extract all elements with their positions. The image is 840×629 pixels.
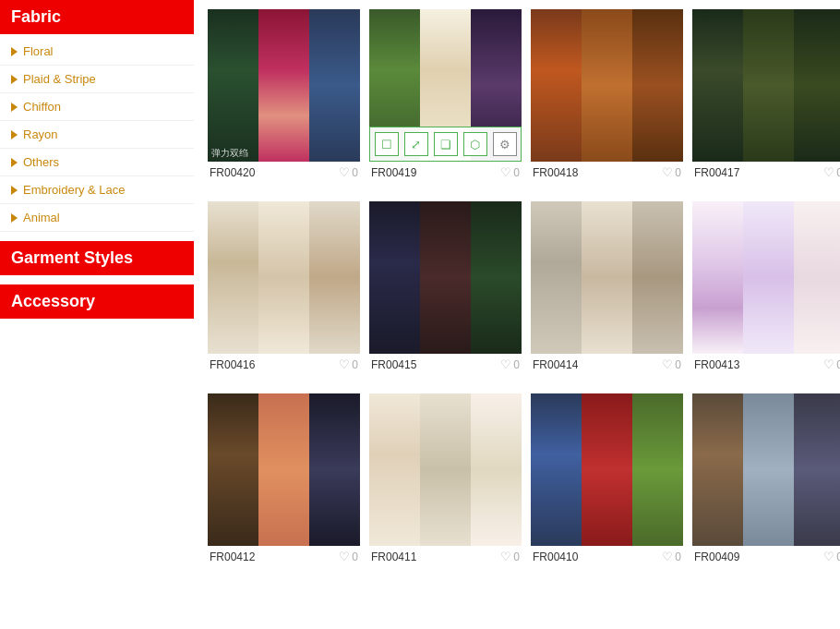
like-count-fr00409: 0	[836, 550, 840, 563]
like-btn-fr00418[interactable]: ♡ 0	[662, 165, 681, 179]
like-count-fr00413: 0	[836, 358, 840, 371]
sidebar-item-floral[interactable]: Floral	[0, 38, 194, 66]
arrow-icon	[11, 47, 18, 56]
product-info-fr00411: FR00411 ♡ 0	[369, 546, 522, 567]
heart-icon-fr00414: ♡	[662, 357, 673, 371]
product-id-fr00412: FR00412	[210, 550, 255, 563]
heart-icon-fr00415: ♡	[500, 357, 511, 371]
product-info-fr00409: FR00409 ♡ 0	[692, 546, 840, 567]
product-info-fr00419: FR00419 ♡ 0	[369, 162, 522, 183]
like-count-fr00417: 0	[836, 166, 840, 179]
product-id-fr00419: FR00419	[371, 166, 416, 179]
like-count-fr00420: 0	[352, 166, 358, 179]
product-grid-row2: FR00416 ♡ 0 FR00415	[203, 192, 840, 384]
arrow-icon	[11, 130, 18, 139]
product-image-fr00417[interactable]	[692, 9, 840, 162]
sidebar-section-accessory-label: Accessory	[11, 292, 95, 310]
sidebar-item-rayon-label: Rayon	[23, 127, 58, 141]
like-btn-fr00411[interactable]: ♡ 0	[500, 550, 520, 563]
product-image-fr00411[interactable]	[369, 393, 522, 546]
product-card-fr00419: 弹力双绉 ☐ ⤢ ❏ ⬡ ⚙ FR00419 ♡ 0	[369, 9, 522, 183]
heart-icon-fr00410: ♡	[662, 550, 673, 563]
product-image-fr00416[interactable]	[208, 201, 360, 354]
product-card-fr00417: FR00417 ♡ 0	[692, 9, 840, 183]
toolbar-copy-btn[interactable]: ❏	[434, 132, 458, 156]
heart-icon-fr00416: ♡	[339, 357, 350, 371]
product-info-fr00420: FR00420 ♡ 0	[208, 162, 360, 183]
product-card-fr00418: FR00418 ♡ 0	[531, 9, 683, 183]
product-info-fr00410: FR00410 ♡ 0	[531, 546, 683, 567]
like-count-fr00418: 0	[675, 166, 681, 179]
product-image-fr00414[interactable]	[531, 201, 683, 354]
product-info-fr00413: FR00413 ♡ 0	[692, 354, 840, 375]
sidebar-item-animal-label: Animal	[23, 211, 60, 224]
heart-icon-fr00409: ♡	[823, 550, 834, 563]
product-image-fr00413[interactable]	[692, 201, 840, 354]
heart-icon-fr00417: ♡	[823, 165, 834, 179]
product-id-fr00418: FR00418	[533, 166, 578, 179]
sidebar-item-others-label: Others	[23, 155, 59, 169]
product-image-fr00418[interactable]	[531, 9, 683, 162]
like-btn-fr00410[interactable]: ♡ 0	[662, 550, 681, 563]
product-id-fr00415: FR00415	[371, 358, 416, 371]
like-btn-fr00415[interactable]: ♡ 0	[500, 357, 520, 371]
sidebar-item-plaid[interactable]: Plaid & Stripe	[0, 66, 194, 93]
like-btn-fr00417[interactable]: ♡ 0	[823, 165, 840, 179]
product-image-fr00420[interactable]: 弹力双绉	[208, 9, 360, 162]
like-btn-fr00414[interactable]: ♡ 0	[662, 357, 681, 371]
product-card-fr00420: 弹力双绉 FR00420 ♡ 0	[208, 9, 360, 183]
sidebar-item-embroidery-label: Embroidery & Lace	[23, 183, 126, 197]
product-card-fr00414: FR00414 ♡ 0	[531, 201, 683, 375]
heart-icon-fr00420: ♡	[339, 165, 350, 179]
sidebar-item-others[interactable]: Others	[0, 149, 194, 176]
toolbar-share-btn[interactable]: ⬡	[463, 132, 487, 156]
sidebar-item-plaid-label: Plaid & Stripe	[23, 72, 96, 86]
product-image-fr00409[interactable]	[692, 393, 840, 546]
product-card-fr00412: FR00412 ♡ 0	[208, 393, 360, 567]
product-id-fr00410: FR00410	[533, 550, 578, 563]
sidebar-item-animal[interactable]: Animal	[0, 204, 194, 232]
like-btn-fr00419[interactable]: ♡ 0	[500, 165, 520, 179]
product-image-fr00412[interactable]	[208, 393, 360, 546]
sidebar-item-embroidery[interactable]: Embroidery & Lace	[0, 176, 194, 204]
arrow-icon	[11, 75, 18, 84]
sidebar-item-chiffon[interactable]: Chiffon	[0, 93, 194, 121]
sidebar-item-chiffon-label: Chiffon	[23, 100, 61, 114]
sidebar-section-fabric[interactable]: Fabric	[0, 0, 194, 34]
like-btn-fr00420[interactable]: ♡ 0	[339, 165, 358, 179]
toolbar-select-btn[interactable]: ☐	[375, 132, 399, 156]
heart-icon-fr00419: ♡	[500, 165, 511, 179]
product-image-fr00419[interactable]: 弹力双绉 ☐ ⤢ ❏ ⬡ ⚙	[369, 9, 522, 162]
product-id-fr00416: FR00416	[210, 358, 255, 371]
like-count-fr00412: 0	[352, 550, 358, 563]
product-id-fr00413: FR00413	[694, 358, 739, 371]
product-info-fr00416: FR00416 ♡ 0	[208, 354, 360, 375]
product-image-fr00415[interactable]	[369, 201, 522, 354]
watermark-fr00420: 弹力双绉	[211, 147, 248, 160]
like-btn-fr00413[interactable]: ♡ 0	[823, 357, 840, 371]
toolbar-gear-btn[interactable]: ⚙	[493, 132, 517, 156]
like-btn-fr00412[interactable]: ♡ 0	[339, 550, 358, 563]
heart-icon-fr00418: ♡	[662, 165, 673, 179]
product-id-fr00417: FR00417	[694, 166, 739, 179]
product-id-fr00411: FR00411	[371, 550, 416, 563]
product-grid-row3: FR00412 ♡ 0 FR00411	[203, 384, 840, 576]
toolbar-expand-btn[interactable]: ⤢	[404, 132, 428, 156]
product-image-fr00410[interactable]	[531, 393, 683, 546]
sidebar-item-floral-label: Floral	[23, 44, 54, 58]
like-btn-fr00416[interactable]: ♡ 0	[339, 357, 358, 371]
sidebar-section-accessory[interactable]: Accessory	[0, 284, 194, 319]
like-count-fr00415: 0	[513, 358, 520, 371]
sidebar: Fabric Floral Plaid & Stripe Chiffon Ray…	[0, 0, 194, 595]
arrow-icon	[11, 213, 18, 223]
sidebar-section-garment-label: Garment Styles	[11, 248, 133, 267]
sidebar-section-garment[interactable]: Garment Styles	[0, 241, 194, 275]
product-card-fr00410: FR00410 ♡ 0	[531, 393, 683, 567]
like-count-fr00411: 0	[513, 550, 520, 563]
product-info-fr00417: FR00417 ♡ 0	[692, 162, 840, 183]
product-info-fr00414: FR00414 ♡ 0	[531, 354, 683, 375]
sidebar-item-rayon[interactable]: Rayon	[0, 121, 194, 149]
product-card-fr00416: FR00416 ♡ 0	[208, 201, 360, 375]
product-id-fr00420: FR00420	[210, 166, 255, 179]
like-btn-fr00409[interactable]: ♡ 0	[823, 550, 840, 563]
